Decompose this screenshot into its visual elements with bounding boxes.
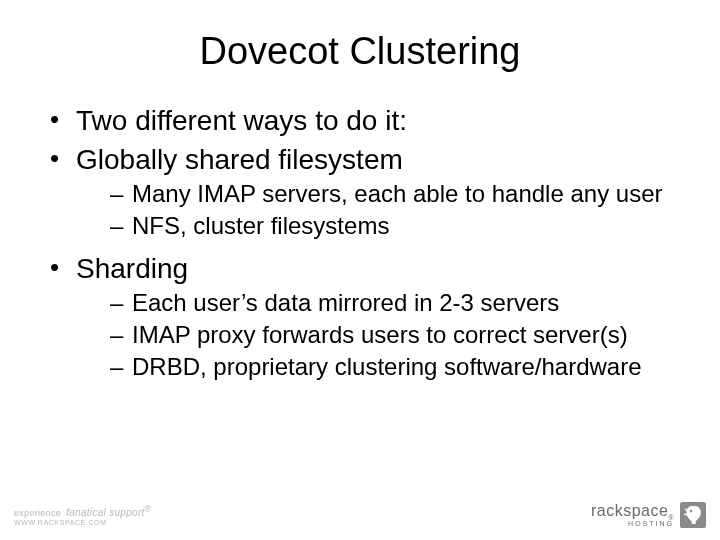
rackspace-logo-icon	[680, 502, 706, 528]
bullet-item: Two different ways to do it:	[50, 103, 680, 138]
footer-domain: WWW.RACKSPACE.COM	[14, 519, 151, 526]
footer-tagline-prefix: experience	[14, 508, 61, 518]
sub-bullet-item: DRBD, proprietary clustering software/ha…	[110, 352, 680, 382]
bullet-item: Sharding Each user’s data mirrored in 2-…	[50, 251, 680, 382]
sub-bullet-list: Many IMAP servers, each able to handle a…	[76, 179, 680, 241]
slide: Dovecot Clustering Two different ways to…	[0, 0, 720, 540]
sub-bullet-item: NFS, cluster filesystems	[110, 211, 680, 241]
bullet-text: Two different ways to do it:	[76, 105, 407, 136]
bullet-text: Sharding	[76, 253, 188, 284]
footer-tagline-main: fanatical support	[66, 507, 144, 518]
sub-bullet-list: Each user’s data mirrored in 2-3 servers…	[76, 288, 680, 382]
footer-tagline: experience fanatical support®	[14, 504, 151, 518]
bullet-item: Globally shared filesystem Many IMAP ser…	[50, 142, 680, 241]
sub-bullet-text: IMAP proxy forwards users to correct ser…	[132, 321, 628, 348]
bullet-text: Globally shared filesystem	[76, 144, 403, 175]
brand-block: rackspace® HOSTING	[591, 503, 674, 526]
sub-bullet-text: Many IMAP servers, each able to handle a…	[132, 180, 663, 207]
brand-text: rackspace	[591, 502, 668, 519]
sub-bullet-text: NFS, cluster filesystems	[132, 212, 389, 239]
footer-left: experience fanatical support® WWW.RACKSP…	[14, 504, 151, 526]
sub-bullet-item: IMAP proxy forwards users to correct ser…	[110, 320, 680, 350]
slide-title: Dovecot Clustering	[40, 30, 680, 73]
bullet-list: Two different ways to do it: Globally sh…	[40, 103, 680, 382]
sub-bullet-text: Each user’s data mirrored in 2-3 servers	[132, 289, 559, 316]
slide-body: Two different ways to do it: Globally sh…	[40, 103, 680, 382]
brand-sub: HOSTING	[628, 520, 674, 527]
sub-bullet-text: DRBD, proprietary clustering software/ha…	[132, 353, 642, 380]
footer-right: rackspace® HOSTING	[591, 502, 706, 528]
sub-bullet-item: Each user’s data mirrored in 2-3 servers	[110, 288, 680, 318]
sub-bullet-item: Many IMAP servers, each able to handle a…	[110, 179, 680, 209]
svg-point-1	[690, 510, 693, 513]
